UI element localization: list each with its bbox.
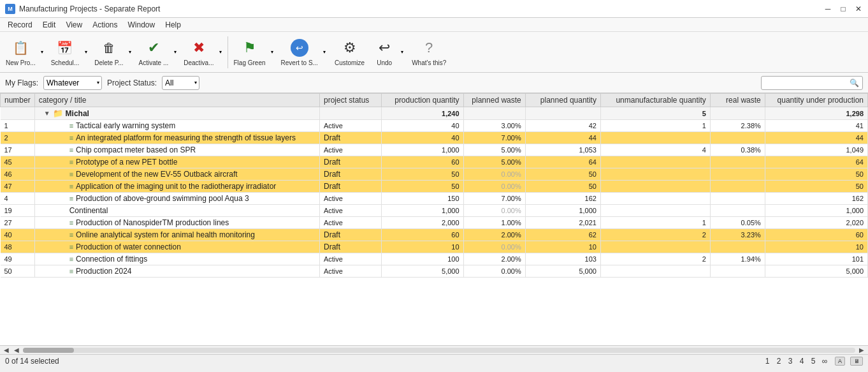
table-row[interactable]: 19ContinentalActive1,0000.00%1,0001,000 bbox=[1, 205, 868, 217]
revert-button[interactable]: ↩ Revert to S... bbox=[278, 34, 321, 71]
page-infinity[interactable]: ∞ bbox=[820, 356, 830, 366]
row-status: Draft bbox=[319, 168, 381, 181]
my-flags-select[interactable]: Whatever Flagged Not Flagged bbox=[43, 76, 102, 90]
project-status-select[interactable]: All Active Draft bbox=[162, 76, 199, 90]
new-project-button[interactable]: 📋 New Pro... bbox=[3, 34, 39, 71]
group-expand-icon[interactable]: ▼ bbox=[44, 110, 50, 117]
table-row[interactable]: 2≡An integrated platform for measuring t… bbox=[1, 132, 868, 144]
whats-this-button[interactable]: ? What's this? bbox=[407, 34, 451, 71]
schedule-label: Schedul... bbox=[51, 59, 79, 66]
row-title: ≡Chip compact meter based on SPR bbox=[34, 144, 319, 156]
menu-record[interactable]: Record bbox=[3, 19, 38, 31]
menu-help[interactable]: Help bbox=[160, 19, 186, 31]
draft-badge: Draft bbox=[324, 133, 340, 142]
flag-green-arrow[interactable]: ▾ bbox=[269, 34, 277, 71]
row-qty-under-prod: 101 bbox=[765, 253, 867, 265]
customize-button[interactable]: ⚙ Customize bbox=[330, 34, 369, 71]
maximize-button[interactable]: □ bbox=[836, 2, 850, 16]
row-planned-waste: 0.00% bbox=[463, 241, 525, 253]
deactivate-button[interactable]: ✖ Deactiva... bbox=[180, 34, 217, 71]
row-unmanuf-qty bbox=[600, 205, 710, 217]
table-row[interactable]: 49≡Connection of fittingsActive1002.00%1… bbox=[1, 253, 868, 265]
row-unmanuf-qty bbox=[600, 241, 710, 253]
table-row[interactable]: 27≡Production of NanospiderTM production… bbox=[1, 217, 868, 229]
minimize-button[interactable]: ─ bbox=[821, 2, 835, 16]
row-qty-under-prod: 5,000 bbox=[765, 265, 867, 278]
table-row[interactable]: 17≡Chip compact meter based on SPRActive… bbox=[1, 144, 868, 156]
document-icon: ≡ bbox=[69, 146, 73, 154]
menu-edit[interactable]: Edit bbox=[38, 19, 61, 31]
activate-button[interactable]: ✔ Activate ... bbox=[136, 34, 172, 71]
my-flags-select-wrap: Whatever Flagged Not Flagged ▾ bbox=[43, 76, 102, 90]
undo-label: Undo bbox=[377, 59, 392, 66]
flag-green-button[interactable]: ⚑ Flag Green bbox=[231, 34, 269, 71]
new-project-icon: 📋 bbox=[10, 38, 31, 58]
page-1[interactable]: 1 bbox=[762, 356, 772, 366]
col-status: project status bbox=[319, 94, 381, 107]
table-row[interactable]: 45≡Prototype of a new PET bottleDraft605… bbox=[1, 156, 868, 168]
new-project-arrow[interactable]: ▾ bbox=[39, 34, 47, 71]
page-3[interactable]: 3 bbox=[785, 356, 795, 366]
scroll-track[interactable] bbox=[23, 348, 855, 353]
keyboard-icon: A bbox=[835, 357, 845, 366]
row-title: ≡Tactical early warning system bbox=[34, 120, 319, 132]
row-number: 50 bbox=[1, 265, 35, 278]
row-planned-qty: 44 bbox=[525, 132, 600, 144]
page-4[interactable]: 4 bbox=[797, 356, 807, 366]
delete-arrow[interactable]: ▾ bbox=[127, 34, 134, 71]
menu-actions[interactable]: Actions bbox=[87, 19, 122, 31]
row-planned-waste: 2.00% bbox=[463, 253, 525, 265]
activate-arrow[interactable]: ▾ bbox=[171, 34, 179, 71]
row-planned-qty: 50 bbox=[525, 168, 600, 181]
row-unmanuf-qty bbox=[600, 168, 710, 181]
flag-green-label: Flag Green bbox=[234, 59, 266, 66]
delete-button[interactable]: 🗑 Delete P... bbox=[91, 34, 126, 71]
scroll-thumb[interactable] bbox=[23, 348, 74, 353]
row-qty-under-prod: 60 bbox=[765, 229, 867, 241]
row-qty-under-prod: 1,049 bbox=[765, 144, 867, 156]
table-row[interactable]: ▼ 📁 Michal 1,240 5 1,298 bbox=[1, 107, 868, 120]
close-button[interactable]: ✕ bbox=[851, 2, 865, 16]
row-number: 4 bbox=[1, 193, 35, 205]
revert-arrow[interactable]: ▾ bbox=[321, 34, 329, 71]
row-qty-under-prod: 44 bbox=[765, 132, 867, 144]
table-row[interactable]: 1≡Tactical early warning systemActive403… bbox=[1, 120, 868, 132]
group-planned-qty bbox=[525, 107, 600, 120]
draft-badge: Draft bbox=[324, 170, 340, 179]
activate-icon: ✔ bbox=[143, 38, 164, 58]
undo-arrow[interactable]: ▾ bbox=[398, 34, 406, 71]
toolbar-separator-1 bbox=[228, 36, 228, 68]
table-row[interactable]: 40≡Online analytical system for animal h… bbox=[1, 229, 868, 241]
table-row[interactable]: 46≡Development of the new EV-55 Outback … bbox=[1, 168, 868, 181]
page-2[interactable]: 2 bbox=[774, 356, 784, 366]
table-row[interactable]: 50≡Production 2024Active5,0000.00%5,0005… bbox=[1, 265, 868, 278]
document-icon: ≡ bbox=[69, 243, 73, 251]
revert-tool: ↩ Revert to S... ▾ bbox=[278, 34, 329, 71]
whats-this-label: What's this? bbox=[412, 59, 446, 66]
schedule-arrow[interactable]: ▾ bbox=[82, 34, 90, 71]
group-number bbox=[1, 107, 35, 120]
menu-window[interactable]: Window bbox=[123, 19, 161, 31]
search-input[interactable] bbox=[761, 76, 863, 90]
row-number: 2 bbox=[1, 132, 35, 144]
table-row[interactable]: 4≡Production of above-ground swimming po… bbox=[1, 193, 868, 205]
schedule-tool: 📅 Schedul... ▾ bbox=[48, 34, 90, 71]
folder-icon: 📁 bbox=[53, 108, 63, 118]
col-prod-qty: production quantity bbox=[381, 94, 463, 107]
document-icon: ≡ bbox=[69, 195, 73, 202]
scroll-left-button[interactable]: ◀ bbox=[3, 346, 10, 353]
deactivate-arrow[interactable]: ▾ bbox=[217, 34, 225, 71]
draft-badge: Draft bbox=[324, 242, 340, 251]
schedule-button[interactable]: 📅 Schedul... bbox=[48, 34, 82, 71]
scroll-left2-button[interactable]: ◀ bbox=[13, 346, 20, 353]
row-planned-qty: 42 bbox=[525, 120, 600, 132]
table-row[interactable]: 47≡Application of the imaging unit to th… bbox=[1, 181, 868, 193]
row-planned-qty: 64 bbox=[525, 156, 600, 168]
table-row[interactable]: 48≡Production of water connectionDraft10… bbox=[1, 241, 868, 253]
row-real-waste: 3.23% bbox=[710, 229, 765, 241]
menu-view[interactable]: View bbox=[61, 19, 87, 31]
page-5[interactable]: 5 bbox=[808, 356, 818, 366]
undo-button[interactable]: ↩ Undo bbox=[370, 34, 398, 71]
scroll-right-button[interactable]: ▶ bbox=[858, 346, 865, 353]
project-status-label: Project Status: bbox=[107, 78, 157, 87]
